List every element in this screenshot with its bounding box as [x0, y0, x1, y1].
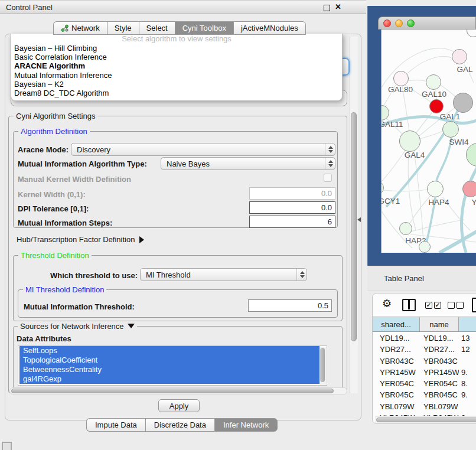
network-node-label: GAL	[457, 65, 472, 74]
algorithm-option[interactable]: Mutual Information Inference	[11, 71, 342, 80]
table-cell	[459, 356, 476, 367]
which-threshold-combo[interactable]: MI Threshold	[140, 268, 307, 281]
mi-threshold-field[interactable]: 0.5	[248, 299, 332, 312]
deselect-all-checkbox-icon[interactable]	[457, 302, 464, 309]
algorithm-option[interactable]: ARACNE Algorithm	[11, 61, 342, 70]
tab-label: Discretize Data	[154, 420, 206, 429]
deselect-all-checkbox-icon[interactable]	[448, 302, 455, 309]
network-node-label: Y	[471, 198, 476, 207]
dpi-tolerance-field[interactable]: 0.0	[249, 201, 335, 214]
minimize-traffic-light-icon[interactable]	[395, 19, 403, 27]
mouse-cursor	[357, 217, 361, 222]
column-header-name[interactable]: name	[420, 317, 459, 331]
list-scrollbar-thumb[interactable]	[320, 348, 325, 382]
tab-style[interactable]: Style	[107, 21, 139, 35]
mi-steps-field[interactable]: 6	[249, 216, 335, 228]
network-node[interactable]	[393, 71, 409, 86]
algorithm-option[interactable]: Basic Correlation Inference	[11, 53, 342, 61]
mi-type-combo[interactable]: Naive Bayes	[161, 157, 335, 170]
table-row[interactable]: YDR27...YDR27...12	[373, 344, 476, 355]
select-all-checkbox-icon[interactable]: ✓	[425, 302, 432, 309]
control-panel-title: Control Panel	[6, 3, 53, 12]
network-node-label: GAL11	[381, 120, 403, 129]
table-row[interactable]: YBR045CYBR045C9.	[373, 389, 476, 400]
network-node[interactable]	[427, 181, 444, 197]
network-window-titlebar[interactable]	[378, 17, 476, 30]
zoom-traffic-light-icon[interactable]	[407, 19, 415, 27]
settings-vertical-scrollbar-thumb[interactable]	[351, 112, 357, 341]
tab-network[interactable]: Network	[53, 21, 107, 35]
algorithm-option[interactable]: Bayesian – K2	[11, 80, 342, 89]
tab-infer-network[interactable]: Infer Network	[214, 418, 278, 432]
column-header-clipped[interactable]	[459, 317, 476, 331]
manual-kernel-checkbox[interactable]	[324, 174, 332, 182]
tab-cyni-toolbox[interactable]: Cyni Toolbox	[175, 21, 233, 35]
network-node[interactable]	[419, 241, 431, 253]
gear-icon[interactable]: ⚙	[382, 298, 392, 309]
algorithm-option[interactable]: Bayesian – Hill Climbing	[11, 44, 342, 53]
network-node[interactable]	[426, 74, 441, 90]
network-node[interactable]	[399, 131, 420, 152]
kernel-width-label: Kernel Width (0,1):	[18, 190, 86, 199]
kernel-width-field[interactable]: 0.0	[249, 187, 335, 200]
corner-grip-icon[interactable]	[2, 442, 12, 450]
table-body: YDL19...YDL19...13YDR27...YDR27...12YBR0…	[373, 332, 476, 416]
tab-impute-data[interactable]: Impute Data	[86, 418, 145, 432]
tab-label: Network	[71, 24, 100, 32]
table-row[interactable]: YPR145WYPR145W9.	[373, 367, 476, 378]
table-horizontal-scrollbar-thumb[interactable]	[376, 418, 476, 422]
tab-jactivemnodules[interactable]: jActiveMNodules	[233, 21, 306, 35]
table-cell	[459, 401, 476, 412]
table-horizontal-scrollbar-track[interactable]	[375, 416, 476, 423]
aracne-mode-combo[interactable]: Discovery	[71, 143, 335, 156]
apply-button[interactable]: Apply	[158, 399, 200, 412]
network-node[interactable]	[399, 222, 412, 235]
network-node[interactable]	[429, 99, 444, 113]
combo-stepper-icon	[296, 269, 307, 281]
dpi-tolerance-label: DPI Tolerance [0,1]:	[18, 204, 89, 213]
attribute-list-item[interactable]: SelfLoops	[19, 346, 319, 356]
export-table-icon[interactable]	[472, 298, 476, 312]
attribute-list-item[interactable]: TopologicalCoefficient	[19, 356, 319, 365]
settings-horizontal-scrollbar-thumb[interactable]	[11, 389, 334, 393]
close-icon[interactable]: ✕	[335, 2, 341, 11]
table-cell: YDL19...	[420, 332, 459, 344]
network-canvas[interactable]: GALGAL80GAL10GAL1GAL11SWI4GAL4GCY1HAP4YH…	[381, 30, 476, 253]
table-row[interactable]: YBL079WYBL079W	[373, 401, 476, 412]
mi-steps-label: Mutual Information Steps:	[18, 219, 112, 227]
tab-label: Infer Network	[223, 420, 269, 429]
table-cell: YBL079W	[420, 401, 459, 412]
network-node-label: GAL1	[440, 112, 461, 121]
expander-arrow-icon	[139, 236, 144, 243]
hub-definition-expander[interactable]: Hub/Transcription Factor Definition	[17, 235, 144, 244]
table-panel-title: Table Panel	[384, 274, 424, 283]
table-row[interactable]: YBR043CYBR043C	[373, 356, 476, 367]
select-all-checkbox-icon[interactable]: ✓	[434, 302, 441, 309]
tab-label: Cyni Toolbox	[182, 24, 226, 32]
float-window-icon[interactable]	[324, 5, 330, 11]
table-cell: 13	[459, 332, 476, 344]
network-node[interactable]	[442, 121, 459, 138]
sources-expander[interactable]: Sources for Network Inference	[18, 322, 137, 331]
mi-type-value: Naive Bayes	[161, 159, 325, 168]
table-row[interactable]: YER054CYER054C8.	[373, 378, 476, 389]
attribute-list-item[interactable]: gal4RGexp	[19, 374, 319, 384]
table-row[interactable]: YDL19...YDL19...13	[373, 332, 476, 344]
tab-select[interactable]: Select	[139, 21, 175, 35]
split-columns-icon[interactable]	[402, 299, 416, 311]
data-attributes-list[interactable]: SelfLoopsTopologicalCoefficientBetweenne…	[18, 345, 327, 386]
network-node[interactable]	[462, 181, 476, 197]
network-node[interactable]	[452, 49, 467, 64]
network-node-label: SWI4	[449, 138, 468, 146]
control-panel-titlebar: Control Panel ✕	[0, 0, 366, 14]
list-scrollbar-track[interactable]	[319, 347, 326, 386]
table-cell: YBR045C	[373, 389, 420, 400]
control-panel-tabs: Network Style Select Cyni Toolbox jActiv…	[53, 21, 306, 35]
close-traffic-light-icon[interactable]	[383, 19, 391, 27]
settings-horizontal-scrollbar-track[interactable]	[9, 387, 347, 394]
attribute-list-item[interactable]: BetweennessCentrality	[19, 365, 319, 374]
column-header-shared-name[interactable]: shared...	[373, 317, 420, 331]
algorithm-option[interactable]: Dream8 DC_TDC Algorithm	[11, 89, 342, 97]
tab-discretize-data[interactable]: Discretize Data	[145, 418, 214, 432]
network-node[interactable]	[453, 93, 473, 113]
